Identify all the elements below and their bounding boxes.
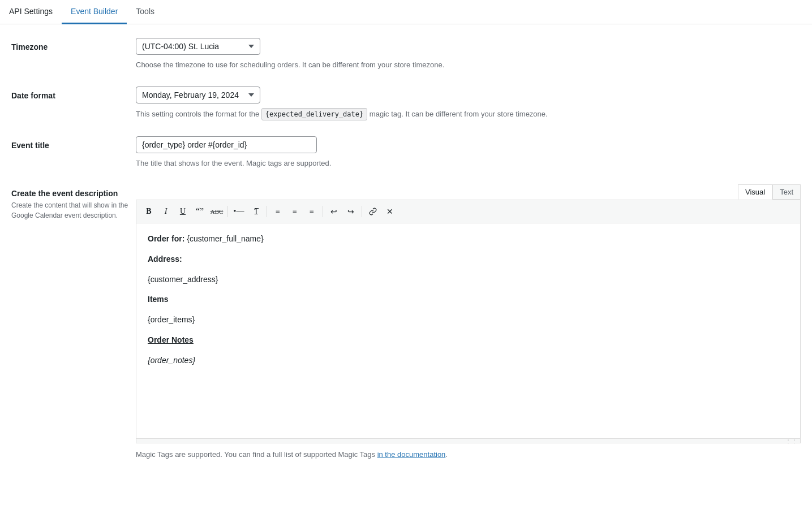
toolbar-undo-btn[interactable]: ↩: [326, 204, 342, 219]
date-format-help-before: This setting controls the format for the: [136, 110, 259, 118]
date-format-control-col: Monday, February 19, 202402/19/202419/02…: [136, 87, 801, 120]
address-line: Address:: [148, 253, 789, 266]
toolbar-align-right-btn[interactable]: ≡: [304, 204, 320, 219]
editor-help-after: .: [445, 450, 448, 459]
toolbar-separator-3: [323, 206, 323, 217]
items-label: Items: [148, 295, 169, 304]
editor-body[interactable]: Order for: {customer_full_name} Address:…: [136, 223, 800, 438]
toolbar-blockquote-btn[interactable]: “”: [192, 204, 208, 219]
toolbar-strikethrough-btn[interactable]: ABC: [209, 204, 225, 219]
editor-resize-handle[interactable]: ⋮⋮: [136, 438, 800, 443]
order-notes-tag: {order_notes}: [148, 356, 195, 365]
date-format-help: This setting controls the format for the…: [136, 108, 801, 120]
timezone-help: Choose the timezone to use for schedulin…: [136, 59, 801, 71]
editor-help-text: Magic Tags are supported. You can find a…: [136, 449, 801, 460]
editor-outer: B I U “” ABC •— 1̅ ≡ ≡ ≡ ↩ ↪: [136, 200, 801, 443]
navigation-tabs: API Settings Event Builder Tools: [0, 0, 812, 24]
toolbar-bold-btn[interactable]: B: [141, 204, 157, 219]
toolbar-separator-2: [267, 206, 267, 217]
toolbar-italic-btn[interactable]: I: [158, 204, 174, 219]
toolbar-align-center-btn[interactable]: ≡: [287, 204, 303, 219]
items-tag: {order_items}: [148, 315, 195, 324]
event-title-input[interactable]: [136, 136, 317, 153]
event-description-row: Create the event description Create the …: [11, 184, 801, 460]
event-title-row: Event title The title that shows for the…: [11, 136, 801, 169]
toolbar-align-left-btn[interactable]: ≡: [270, 204, 286, 219]
toolbar-bullet-list-btn[interactable]: •—: [231, 204, 247, 219]
documentation-link[interactable]: in the documentation: [377, 450, 446, 459]
toolbar-numbered-list-btn[interactable]: 1̅: [248, 204, 264, 219]
tab-visual[interactable]: Visual: [738, 184, 772, 200]
editor-tab-bar: Visual Text: [136, 184, 801, 200]
toolbar-link-btn[interactable]: [365, 204, 381, 219]
tab-text[interactable]: Text: [772, 184, 801, 200]
date-format-label: Date format: [11, 91, 136, 100]
toolbar-separator-1: [227, 206, 228, 217]
event-title-control-col: The title that shows for the event. Magi…: [136, 136, 801, 169]
toolbar-underline-btn[interactable]: U: [175, 204, 191, 219]
timezone-label-col: Timezone: [11, 38, 136, 51]
editor-toolbar: B I U “” ABC •— 1̅ ≡ ≡ ≡ ↩ ↪: [136, 200, 800, 223]
editor-wrapper: Visual Text B I U “” ABC •— 1̅ ≡ ≡: [136, 184, 801, 460]
event-title-help: The title that shows for the event. Magi…: [136, 158, 801, 169]
tab-event-builder[interactable]: Event Builder: [62, 0, 127, 24]
order-for-line: Order for: {customer_full_name}: [148, 232, 789, 246]
items-label-line: Items: [148, 293, 789, 307]
address-label: Address:: [148, 254, 182, 264]
timezone-label: Timezone: [11, 42, 136, 51]
order-notes-label: Order Notes: [148, 335, 194, 344]
resize-dots-icon: ⋮⋮: [785, 438, 798, 444]
toolbar-redo-btn[interactable]: ↪: [343, 204, 359, 219]
address-tag-line: {customer_address}: [148, 273, 789, 287]
timezone-row: Timezone (UTC-04:00) St. Lucia(UTC-05:00…: [11, 38, 801, 71]
event-description-sublabel: Create the content that will show in the…: [11, 200, 136, 221]
event-title-label-col: Event title: [11, 136, 136, 150]
date-format-label-col: Date format: [11, 87, 136, 100]
order-for-label: Order for:: [148, 234, 184, 243]
event-title-label: Event title: [11, 141, 136, 150]
order-notes-tag-line: {order_notes}: [148, 354, 789, 368]
toolbar-magic-tags-btn[interactable]: ✕: [382, 204, 398, 219]
address-tag: {customer_address}: [148, 275, 218, 284]
event-description-label-col: Create the event description Create the …: [11, 184, 136, 221]
date-format-row: Date format Monday, February 19, 202402/…: [11, 87, 801, 120]
toolbar-separator-4: [362, 206, 362, 217]
timezone-select[interactable]: (UTC-04:00) St. Lucia(UTC-05:00) Eastern…: [136, 38, 260, 55]
tab-api-settings[interactable]: API Settings: [0, 0, 62, 24]
timezone-control-col: (UTC-04:00) St. Lucia(UTC-05:00) Eastern…: [136, 38, 801, 71]
expected-delivery-date-tag: {expected_delivery_date}: [261, 108, 367, 120]
order-notes-label-line: Order Notes: [148, 334, 789, 347]
event-description-heading: Create the event description: [11, 189, 136, 198]
date-format-help-after: magic tag. It can be different from your…: [370, 110, 548, 118]
editor-help-before: Magic Tags are supported. You can find a…: [136, 450, 375, 459]
page-content: Timezone (UTC-04:00) St. Lucia(UTC-05:00…: [0, 24, 812, 474]
date-format-select[interactable]: Monday, February 19, 202402/19/202419/02…: [136, 87, 260, 103]
items-tag-line: {order_items}: [148, 313, 789, 327]
tab-tools[interactable]: Tools: [127, 0, 164, 24]
